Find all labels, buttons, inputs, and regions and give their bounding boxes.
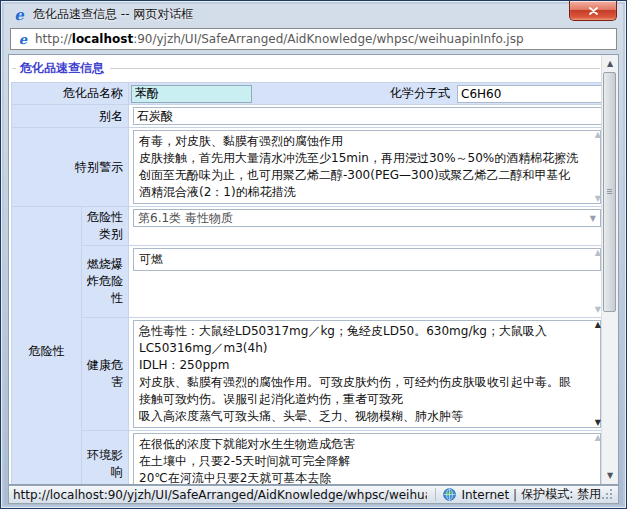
formula-input[interactable] bbox=[457, 85, 602, 103]
title-bar: e 危化品速查信息 -- 网页对话框 bbox=[1, 1, 626, 28]
table-row: 环境影响 在很低的浓度下就能对水生生物造成危害 在土壤中，只要2-5天时间就可完… bbox=[12, 431, 603, 485]
environment-label: 环境影响 bbox=[82, 431, 129, 485]
warning-cell: 有毒，对皮肤、黏膜有强烈的腐蚀作用 皮肤接触，首先用大量清水冲洗至少15min，… bbox=[129, 128, 603, 207]
status-pipe: | bbox=[513, 488, 517, 502]
scrollbar-grip bbox=[607, 189, 612, 194]
fieldset-legend: 危化品速查信息 bbox=[10, 56, 602, 80]
warning-textarea[interactable]: 有毒，对皮肤、黏膜有强烈的腐蚀作用 皮肤接触，首先用大量清水冲洗至少15min，… bbox=[133, 130, 601, 204]
table-row: 特别警示 有毒，对皮肤、黏膜有强烈的腐蚀作用 皮肤接触，首先用大量清水冲洗至少1… bbox=[12, 128, 603, 207]
scrollbar-down-icon[interactable]: ▼ bbox=[602, 468, 618, 483]
alias-cell bbox=[129, 105, 603, 128]
table-row: 健康危害 急性毒性：大鼠经LD50317mg／kg；兔经皮LD50。630mg/… bbox=[12, 318, 603, 431]
legend-line-right bbox=[110, 68, 600, 69]
status-zone: Internet bbox=[461, 488, 509, 502]
danger-group-label: 危险性 bbox=[12, 207, 82, 485]
table-row: 危险性 危险性类别 第6.1类 毒性物质 ▼ bbox=[12, 207, 603, 246]
page-title: 危化品速查信息 bbox=[20, 60, 104, 77]
flammability-label: 燃烧爆炸危险性 bbox=[82, 246, 129, 318]
name-label: 危化品名称 bbox=[12, 83, 129, 105]
flammability-cell: 可燃 ▲ ▼ bbox=[129, 246, 603, 318]
environment-cell: 在很低的浓度下就能对水生生物造成危害 在土壤中，只要2-5天时间就可完全降解 2… bbox=[129, 431, 603, 485]
resize-grip-icon[interactable] bbox=[601, 488, 614, 501]
table-row: 燃烧爆炸危险性 可燃 ▲ ▼ bbox=[12, 246, 603, 318]
danger-category-value: 第6.1类 毒性物质 bbox=[138, 210, 233, 227]
environment-textarea[interactable]: 在很低的浓度下就能对水生生物造成危害 在土壤中，只要2-5天时间就可完全降解 2… bbox=[133, 433, 601, 484]
close-button[interactable] bbox=[569, 1, 617, 21]
page-ie-icon: e bbox=[16, 32, 30, 46]
danger-category-select[interactable]: 第6.1类 毒性物质 ▼ bbox=[133, 209, 601, 227]
scrollbar-thumb[interactable] bbox=[603, 72, 616, 312]
category-cell: 第6.1类 毒性物质 ▼ bbox=[129, 207, 603, 246]
table-row: 危化品名称 化学分子式 bbox=[12, 83, 603, 105]
formula-label: 化学分子式 bbox=[253, 85, 456, 102]
health-textarea[interactable]: 急性毒性：大鼠经LD50317mg／kg；兔经皮LD50。630mg/kg；大鼠… bbox=[133, 320, 601, 428]
dialog-content: 危化品速查信息 危化品名称 化学分子式 别名 bbox=[8, 54, 619, 485]
url-domain: localhost bbox=[72, 32, 133, 46]
health-cell: 急性毒性：大鼠经LD50317mg／kg；兔经皮LD50。630mg/kg；大鼠… bbox=[129, 318, 603, 431]
chemical-name-input[interactable] bbox=[131, 85, 252, 103]
internet-globe-icon bbox=[443, 488, 456, 501]
name-formula-cell: 化学分子式 bbox=[129, 83, 603, 105]
health-label: 健康危害 bbox=[82, 318, 129, 431]
dropdown-arrow-icon: ▼ bbox=[590, 214, 596, 223]
url-scheme: http:// bbox=[35, 32, 72, 46]
status-bar: http://localhost:90/yjzh/UI/SafeArranged… bbox=[8, 485, 619, 504]
close-icon bbox=[589, 7, 598, 15]
warning-label: 特别警示 bbox=[12, 128, 129, 207]
ie-icon: e bbox=[11, 7, 27, 23]
window-title: 危化品速查信息 -- 网页对话框 bbox=[33, 6, 193, 23]
table-row: 别名 bbox=[12, 105, 603, 128]
alias-label: 别名 bbox=[12, 105, 129, 128]
chemical-info-table: 危化品名称 化学分子式 别名 bbox=[11, 82, 602, 484]
alias-input[interactable] bbox=[133, 107, 602, 125]
page-scrollbar[interactable]: ▲ ▼ bbox=[601, 55, 618, 484]
status-protected-mode: 保护模式: 禁用 bbox=[521, 486, 601, 503]
page-body: 危化品速查信息 危化品名称 化学分子式 别名 bbox=[9, 55, 602, 484]
legend-line-left bbox=[12, 68, 16, 69]
address-bar-row: e http://localhost:90/yjzh/UI/SafeArrang… bbox=[1, 28, 626, 54]
dialog-window: e 危化品速查信息 -- 网页对话框 e http://localhost:90… bbox=[0, 0, 627, 509]
flammability-textarea[interactable]: 可燃 bbox=[133, 248, 601, 271]
url-path: :90/yjzh/UI/SafeArranged/AidKnowledge/wh… bbox=[133, 32, 523, 46]
category-label: 危险性类别 bbox=[82, 207, 129, 246]
address-field: e http://localhost:90/yjzh/UI/SafeArrang… bbox=[10, 28, 617, 50]
status-url: http://localhost:90/yjzh/UI/SafeArranged… bbox=[13, 488, 427, 502]
status-separator bbox=[435, 488, 436, 501]
scrollbar-up-icon[interactable]: ▲ bbox=[602, 56, 618, 71]
